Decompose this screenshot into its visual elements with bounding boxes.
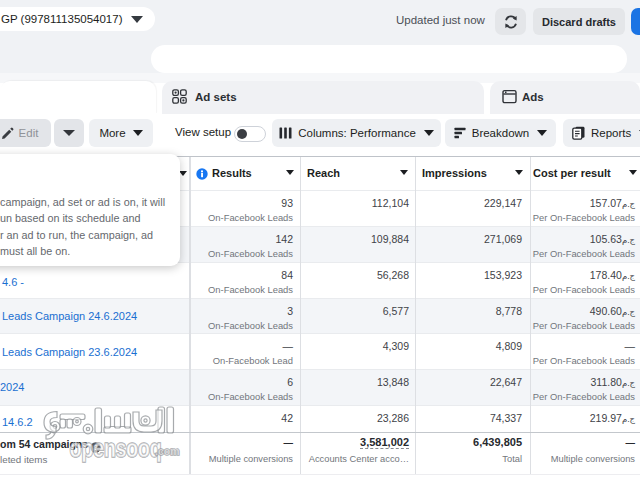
svg-text:opensooq: opensooq bbox=[70, 435, 162, 463]
svg-text:.com: .com bbox=[155, 445, 180, 457]
